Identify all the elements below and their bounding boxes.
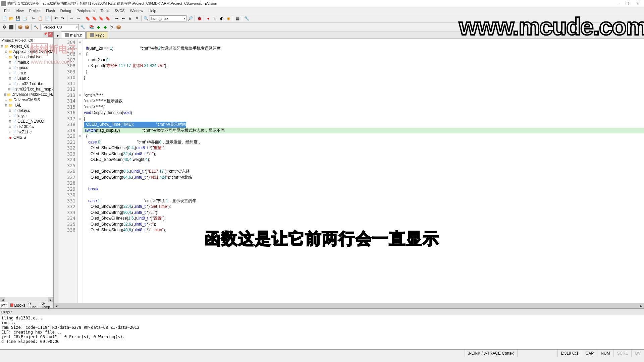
breakpoint-icon[interactable]: ● <box>205 15 211 21</box>
bookmark-prev-icon[interactable]: 🔖 <box>91 15 97 21</box>
menu-peripherals[interactable]: Peripherals <box>74 9 98 13</box>
tab-functions[interactable]: {} Func... <box>27 302 41 308</box>
tab-books[interactable]: 📕Books <box>8 302 27 308</box>
translate-icon[interactable]: ⚙ <box>1 24 7 30</box>
cut-icon[interactable]: ✂ <box>31 15 37 21</box>
minimize-button[interactable]: — <box>613 1 620 6</box>
tree-cmsis[interactable]: CMSIS <box>13 135 26 140</box>
tab-nav-icon[interactable]: ▸ <box>55 33 61 39</box>
file-icon <box>65 33 69 37</box>
project-sidebar: 📌 ✕ Project: Project_C8 ⊟📁Project_C8 ⊟📁A… <box>0 32 54 308</box>
target-combo[interactable]: Project_C8 <box>42 24 79 30</box>
bookmark-clear-icon[interactable]: 🔖 <box>105 15 111 21</box>
tree-folder[interactable]: Drivers/CMSIS <box>13 98 40 102</box>
tree-file[interactable]: key.c <box>17 114 26 118</box>
tree-file[interactable]: stm32f1xx_it.c <box>17 81 43 86</box>
sidebar-pin-icon[interactable]: 📌 <box>43 32 48 37</box>
open-icon[interactable]: 📂 <box>8 15 14 21</box>
watermark-logo-text: 特纳斯电子 <box>30 43 77 56</box>
forward-icon[interactable]: → <box>75 15 82 21</box>
sidebar-close-icon[interactable]: ✕ <box>48 32 53 37</box>
menu-debug[interactable]: Debug <box>58 9 74 13</box>
build-icon[interactable]: ⬛ <box>8 24 14 30</box>
tree-folder[interactable]: HAL <box>13 103 21 108</box>
save-icon[interactable]: 💾 <box>15 15 21 21</box>
menu-tools[interactable]: Tools <box>98 9 112 13</box>
new-icon[interactable]: 📄 <box>1 15 7 21</box>
tree-folder[interactable]: Drivers/STM32F1xx_HAL_Driv <box>11 92 53 97</box>
subtitle-overlay: 函数这是让它前两行会一直显示 <box>205 228 439 249</box>
debug-icon[interactable]: 🐞 <box>196 15 202 21</box>
output-title: Output <box>0 309 644 315</box>
status-cap: CAP <box>582 350 597 357</box>
configure-icon[interactable]: 🔧 <box>244 15 250 21</box>
project-tree[interactable]: ⊟📁Project_C8 ⊟📁Application/MDK-ARM ⊟📁App… <box>0 43 53 297</box>
status-target: J-LINK / J-TRACE Cortex <box>465 350 517 357</box>
target-options-icon[interactable]: 🔧 <box>79 24 86 30</box>
menu-project[interactable]: Project <box>26 9 43 13</box>
tree-file[interactable]: gpio.c <box>17 65 28 70</box>
comment-icon[interactable]: // <box>127 15 133 21</box>
undo-icon[interactable]: ↶ <box>53 15 59 21</box>
tree-file[interactable]: OLED_NEW.C <box>17 119 44 124</box>
bookmark-icon[interactable]: 🔖 <box>85 15 91 21</box>
scroll-right-icon[interactable]: ► <box>639 303 644 308</box>
find-icon[interactable]: 🔍 <box>143 15 149 21</box>
tree-file[interactable]: main.c <box>17 60 29 65</box>
bookmark-next-icon[interactable]: 🔖 <box>98 15 104 21</box>
file-icon <box>90 33 94 37</box>
editor-tab-key[interactable]: key.c <box>86 32 108 39</box>
tab-templates[interactable]: 0▸ Temp... <box>40 302 54 308</box>
rebuild-icon[interactable]: 📦 <box>17 24 23 30</box>
tree-file[interactable]: delay.c <box>17 108 30 113</box>
status-ov: OV <box>631 350 644 357</box>
indent-icon[interactable]: ⇥ <box>114 15 120 21</box>
menu-view[interactable]: View <box>13 9 26 13</box>
tab-project[interactable]: ject <box>0 302 8 308</box>
find-combo[interactable]: humi_max <box>150 15 186 21</box>
scroll-left-icon[interactable]: ◄ <box>54 303 59 308</box>
outdent-icon[interactable]: ⇤ <box>120 15 126 21</box>
scroll-right-icon[interactable]: ► <box>48 297 53 302</box>
tree-file[interactable]: tim.c <box>17 71 26 75</box>
tree-root[interactable]: Project_C8 <box>9 44 29 49</box>
scroll-left-icon[interactable]: ◄ <box>0 297 5 302</box>
menu-help[interactable]: Help <box>146 9 159 13</box>
batch-icon[interactable]: 📦 <box>24 24 30 30</box>
tree-file[interactable]: stm32f1xx_hal_msp.c <box>15 87 53 92</box>
find-scope-icon[interactable]: 🔎 <box>187 15 193 21</box>
sidebar-tabs: ject 📕Books {} Func... 0▸ Temp... <box>0 302 53 308</box>
editor-tab-main[interactable]: main.c <box>61 32 86 39</box>
pack2-icon[interactable]: ◆ <box>102 24 108 30</box>
output-body[interactable]: iling ds1302.c...ing...ram Size: Code=11… <box>0 315 644 349</box>
redo-icon[interactable]: ↷ <box>60 15 66 21</box>
tree-file[interactable]: ds1302.c <box>17 124 34 129</box>
menu-edit[interactable]: Edit <box>1 9 13 13</box>
window-icon[interactable]: ▦ <box>234 15 240 21</box>
close-button[interactable]: ✕ <box>635 1 641 6</box>
window-title: 临时\T1702203M基于stm32的多功能智能行李箱\T1702203M-F… <box>7 1 613 6</box>
options-icon[interactable]: 🔨 <box>33 24 39 30</box>
pack3-icon[interactable]: ↻ <box>109 24 115 30</box>
menu-svcs[interactable]: SVCS <box>112 9 127 13</box>
code-editor[interactable]: if(uart_2s == 1) "cmt">//每2秒通过蓝牙模块给手机发送经… <box>83 39 644 303</box>
breakpoint-disable-icon[interactable]: ○ <box>212 15 218 21</box>
manage-icon[interactable]: 📚 <box>89 24 95 30</box>
breakpoint-killall-icon[interactable]: ◉ <box>225 15 231 21</box>
menu-window[interactable]: Window <box>127 9 146 13</box>
watermark-logo-url: www.mcude.com <box>31 59 71 65</box>
pack-icon[interactable]: ◆ <box>95 24 101 30</box>
breakpoint-kill-icon[interactable]: ◐ <box>219 15 225 21</box>
uncomment-icon[interactable]: // <box>134 15 140 21</box>
menu-flash[interactable]: Flash <box>43 9 58 13</box>
maximize-button[interactable]: ❐ <box>624 1 631 6</box>
paste-icon[interactable]: 📄 <box>44 15 50 21</box>
tree-file[interactable]: hx711.c <box>17 130 32 134</box>
tree-file[interactable]: usart.c <box>17 76 30 81</box>
status-scrl: SCRL <box>613 350 631 357</box>
pack4-icon[interactable]: 📦 <box>115 24 121 30</box>
fold-column[interactable]: ⊟⊟⊟⊟⊟ <box>78 39 83 303</box>
copy-icon[interactable]: 📋 <box>37 15 43 21</box>
back-icon[interactable]: ← <box>69 15 75 21</box>
saveall-icon[interactable]: 📑 <box>21 15 28 21</box>
